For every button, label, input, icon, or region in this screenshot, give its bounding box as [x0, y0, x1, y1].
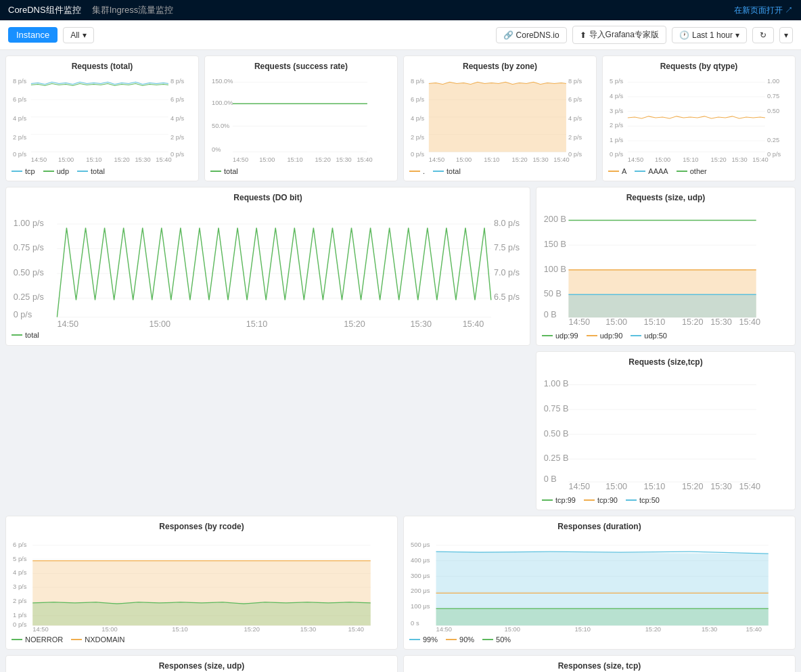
- chart-svg-req-size-udp: 200 B 150 B 100 B 50 B 0 B 14:50 15: [542, 205, 789, 329]
- svg-text:3 p/s: 3 p/s: [13, 583, 27, 590]
- svg-text:4 p/s: 4 p/s: [610, 93, 623, 99]
- svg-text:0 p/s: 0 p/s: [14, 310, 32, 319]
- svg-text:4 p/s: 4 p/s: [411, 115, 424, 122]
- chart-requests-success: Requests (success rate) 150.0% 100.0% 50…: [204, 55, 398, 181]
- svg-text:3 p/s: 3 p/s: [610, 108, 623, 114]
- svg-text:0 p/s: 0 p/s: [411, 151, 424, 158]
- chart-svg-requests-zone: 8 p/s 6 p/s 4 p/s 2 p/s 0 p/s 8 p/s 6 p/…: [409, 74, 591, 164]
- clock-icon: 🕐: [679, 30, 689, 40]
- svg-text:14:50: 14:50: [31, 156, 47, 163]
- coredns-button[interactable]: 🔗 CoreDNS.io: [496, 27, 567, 43]
- chart-responses-rcode: Responses (by rcode) 6 p/s 5 p/s 4 p/s 3…: [5, 516, 398, 650]
- svg-text:15:20: 15:20: [344, 319, 365, 329]
- svg-text:15:30: 15:30: [702, 626, 717, 633]
- svg-text:5 p/s: 5 p/s: [610, 78, 623, 85]
- svg-text:7.0 p/s: 7.0 p/s: [494, 268, 520, 277]
- all-label: All: [70, 30, 79, 40]
- legend-req-size-udp: udp:99 udp:90 udp:50: [542, 332, 789, 340]
- chart-svg-requests-qtype: 5 p/s 4 p/s 3 p/s 2 p/s 1 p/s 0 p/s 1.00…: [608, 74, 789, 164]
- svg-text:0.75 p/s: 0.75 p/s: [14, 243, 44, 252]
- chart-svg-req-size-tcp: 1.00 B 0.75 B 0.50 B 0.25 B 0 B 14:50 15…: [542, 369, 789, 493]
- svg-text:15:00: 15:00: [605, 482, 627, 491]
- svg-text:15:00: 15:00: [58, 156, 74, 163]
- svg-text:15:20: 15:20: [244, 626, 259, 633]
- svg-text:0 B: 0 B: [544, 310, 557, 319]
- svg-text:14:50: 14:50: [233, 156, 248, 163]
- svg-text:14:50: 14:50: [436, 626, 452, 633]
- svg-text:15:10: 15:10: [683, 156, 698, 163]
- svg-text:15:00: 15:00: [505, 626, 520, 633]
- svg-text:0 p/s: 0 p/s: [610, 151, 623, 158]
- svg-text:15:10: 15:10: [287, 156, 302, 163]
- open-new-page-link[interactable]: 在新页面打开 ↗: [734, 5, 793, 16]
- instance-tab-button[interactable]: Instance: [8, 27, 58, 43]
- svg-text:4 p/s: 4 p/s: [568, 115, 582, 122]
- svg-text:400 μs: 400 μs: [411, 557, 430, 564]
- svg-text:14:50: 14:50: [429, 156, 444, 163]
- svg-text:15:10: 15:10: [644, 317, 666, 327]
- svg-text:5 p/s: 5 p/s: [13, 556, 27, 562]
- svg-text:15:40: 15:40: [739, 317, 760, 327]
- svg-text:8 p/s: 8 p/s: [13, 78, 26, 85]
- chart-responses-size-udp: Responses (size, udp) 500 B 400 B 300 B …: [5, 655, 398, 672]
- svg-marker-169: [436, 608, 769, 625]
- grafana-label: 导入Grafana专家版: [589, 29, 659, 41]
- chart-svg-requests-success: 150.0% 100.0% 50.0% 0% 14:50 15:00 15:10…: [210, 74, 392, 164]
- svg-text:200 B: 200 B: [544, 215, 566, 224]
- cluster-title: 集群Ingress流量监控: [92, 4, 174, 16]
- svg-text:0.50 B: 0.50 B: [544, 429, 569, 439]
- svg-text:4 p/s: 4 p/s: [13, 115, 26, 122]
- svg-text:0.50 p/s: 0.50 p/s: [14, 268, 44, 277]
- top-bar-left: CoreDNS组件监控 集群Ingress流量监控: [8, 4, 173, 16]
- all-dropdown-button[interactable]: All ▾: [63, 27, 93, 43]
- svg-text:15:10: 15:10: [86, 156, 101, 163]
- svg-text:14:50: 14:50: [32, 626, 48, 633]
- svg-text:15:20: 15:20: [682, 317, 704, 327]
- svg-text:15:10: 15:10: [172, 626, 187, 633]
- svg-text:2 p/s: 2 p/s: [170, 134, 184, 141]
- svg-text:150 B: 150 B: [544, 240, 566, 249]
- svg-text:15:00: 15:00: [101, 626, 117, 633]
- svg-text:15:00: 15:00: [259, 156, 275, 163]
- svg-text:6 p/s: 6 p/s: [13, 541, 27, 548]
- grafana-button[interactable]: ⬆ 导入Grafana专家版: [572, 26, 666, 44]
- svg-text:6 p/s: 6 p/s: [568, 96, 582, 103]
- svg-text:6 p/s: 6 p/s: [13, 96, 26, 103]
- svg-text:14:50: 14:50: [57, 319, 78, 329]
- svg-text:15:30: 15:30: [710, 482, 732, 491]
- svg-text:15:40: 15:40: [156, 156, 171, 163]
- refresh-button[interactable]: ↻: [752, 27, 774, 43]
- svg-text:15:20: 15:20: [114, 156, 130, 163]
- chart-svg-requests-total: 8 p/s 6 p/s 4 p/s 2 p/s 0 p/s 8 p/s 6 p/…: [12, 74, 193, 164]
- svg-text:15:00: 15:00: [456, 156, 472, 163]
- svg-text:15:30: 15:30: [336, 156, 352, 163]
- svg-text:15:20: 15:20: [315, 156, 331, 163]
- svg-text:6 p/s: 6 p/s: [411, 96, 424, 103]
- chart-svg-responses-rcode: 6 p/s 5 p/s 4 p/s 3 p/s 2 p/s 1 p/s 0 p/…: [12, 534, 392, 633]
- time-dropdown-icon: ▾: [735, 30, 739, 40]
- chart-svg-requests-do: 1.00 p/s 0.75 p/s 0.50 p/s 0.25 p/s 0 p/…: [12, 205, 524, 328]
- svg-text:8 p/s: 8 p/s: [411, 78, 424, 85]
- time-range-button[interactable]: 🕐 Last 1 hour ▾: [672, 27, 747, 43]
- svg-text:15:30: 15:30: [411, 319, 432, 329]
- svg-text:0.25 B: 0.25 B: [544, 453, 569, 463]
- svg-text:8 p/s: 8 p/s: [568, 78, 582, 85]
- coredns-label: CoreDNS.io: [516, 30, 559, 40]
- svg-text:14:50: 14:50: [568, 482, 590, 491]
- svg-text:15:10: 15:10: [484, 156, 499, 163]
- refresh-dropdown-button[interactable]: ▾: [779, 27, 793, 43]
- svg-text:15:30: 15:30: [135, 156, 150, 163]
- svg-text:6 p/s: 6 p/s: [170, 96, 184, 103]
- svg-text:0%: 0%: [212, 146, 221, 153]
- svg-text:1.00 p/s: 1.00 p/s: [14, 219, 44, 228]
- svg-text:15:40: 15:40: [752, 156, 768, 163]
- svg-text:50 B: 50 B: [544, 289, 562, 298]
- legend-requests-qtype: A AAAA other: [608, 167, 789, 175]
- svg-text:1 p/s: 1 p/s: [13, 612, 27, 619]
- svg-text:6.5 p/s: 6.5 p/s: [494, 292, 520, 302]
- app-title: CoreDNS组件监控: [8, 4, 81, 16]
- svg-text:7.5 p/s: 7.5 p/s: [494, 243, 520, 252]
- legend-requests-do: total: [12, 331, 524, 339]
- svg-text:15:10: 15:10: [644, 482, 666, 491]
- svg-text:0.50: 0.50: [767, 108, 779, 114]
